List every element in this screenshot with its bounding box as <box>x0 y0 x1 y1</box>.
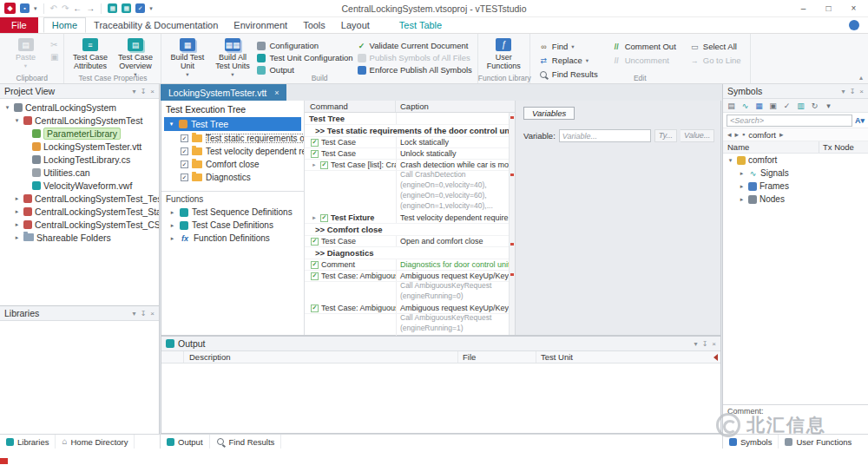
functions-item[interactable]: ▸fxFunction Definitions <box>161 232 304 245</box>
columns-icon[interactable]: ▥ <box>796 102 806 110</box>
tab-tools[interactable]: Tools <box>295 17 333 33</box>
document-tab[interactable]: LockingSystemTester.vtt × <box>161 84 286 101</box>
select-all-button[interactable]: ▭ Select All <box>690 41 741 52</box>
panel-menu-icon[interactable]: ▾ <box>842 88 845 95</box>
test-unit-configuration-button[interactable]: Test Unit Configuration <box>257 53 352 62</box>
home-directory-tab[interactable]: ⌂Home Directory <box>56 435 135 449</box>
panel-menu-icon[interactable]: ▾ <box>133 310 136 318</box>
table-row[interactable]: ✓Test CaseUnlock statically <box>305 148 509 160</box>
table-row[interactable]: >> Diagnostics <box>305 247 509 259</box>
forward-icon[interactable]: ▸ <box>735 130 740 139</box>
close-icon[interactable]: × <box>859 88 864 95</box>
close-tab-icon[interactable]: × <box>274 88 279 97</box>
checkbox-checked-icon[interactable]: ✓ <box>181 174 188 181</box>
nodes-filter-icon[interactable]: ▣ <box>768 102 778 110</box>
tree-item[interactable]: LockingSystemTester.vtt <box>0 140 159 153</box>
toolbar-more-icon[interactable]: ▾ <box>824 102 833 110</box>
tree-item[interactable]: LockingTestLibrary.cs <box>0 153 159 166</box>
execution-tree-item[interactable]: ✓Test velocity dependent requ... <box>161 145 304 158</box>
test-case-attributes-button[interactable]: ≡ Test Case Attributes <box>69 36 110 72</box>
checkbox-checked-icon[interactable]: ✓ <box>181 134 188 142</box>
checkbox-checked-icon[interactable]: ✓ <box>181 147 188 155</box>
table-row[interactable]: Test Tree <box>305 113 509 125</box>
libraries-tab[interactable]: Libraries <box>0 435 56 449</box>
cut-icon[interactable]: ✂ <box>50 41 58 49</box>
panel-menu-icon[interactable]: ▾ <box>694 340 698 348</box>
column-file[interactable]: File <box>458 351 536 363</box>
tab-home[interactable]: Home <box>43 17 86 33</box>
tree-item[interactable]: VelocityWaveform.vwf <box>0 179 159 192</box>
table-row[interactable]: ✓Test CaseLock statically <box>305 137 509 148</box>
pin-icon[interactable]: ↧ <box>141 88 147 95</box>
execution-tree-item[interactable]: ✓Test static requirements of the... <box>161 132 304 145</box>
functions-item[interactable]: ▸Test Case Definitions <box>161 219 304 232</box>
user-functions-button[interactable]: ƒ User Functions <box>483 36 524 72</box>
pin-icon[interactable]: ↧ <box>141 310 147 318</box>
find-button[interactable]: ∞ Find ▾ <box>539 41 598 52</box>
tab-test-table[interactable]: Test Table <box>391 17 450 33</box>
column-description[interactable]: Description <box>184 351 458 363</box>
build-test-unit-icon[interactable]: ▦ <box>108 3 117 13</box>
variables-chip[interactable]: Variables <box>523 107 575 120</box>
column-tx-node[interactable]: Tx Node <box>819 141 868 153</box>
find-results-tab[interactable]: Find Results <box>210 435 282 449</box>
tree-item[interactable]: ▸Shareable Folders <box>0 231 159 244</box>
output-tab[interactable]: Output <box>161 435 210 449</box>
checkbox-checked-icon[interactable]: ✓ <box>181 160 188 168</box>
scroll-left-icon[interactable] <box>713 354 718 361</box>
symbols-tree-item[interactable]: ▾comfort <box>723 154 868 167</box>
toolbar-dropdown-icon[interactable]: ▾ <box>149 5 153 11</box>
test-case-overview-button[interactable]: ▤ Test Case Overview ▾ <box>115 36 155 72</box>
checked-filter-icon[interactable]: ✓ <box>782 102 792 110</box>
tree-item[interactable]: Utilities.can <box>0 166 159 179</box>
search-input[interactable] <box>727 115 852 127</box>
validate-current-document-button[interactable]: ✓ Validate Current Document <box>358 41 472 50</box>
table-row[interactable]: ✓Test CaseOpen and comfort close <box>305 236 509 247</box>
app-icon[interactable]: ◆ <box>4 3 16 14</box>
table-row[interactable]: ▸✓Test FixtureTest velocity dependent re… <box>305 213 509 224</box>
symbols-tab[interactable]: Symbols <box>723 435 779 449</box>
column-type[interactable]: Ty... <box>654 129 677 142</box>
paste-button[interactable]: ▤ Paste ▾ <box>5 36 46 72</box>
table-row[interactable]: ✓Test Case: AmbiguousKey...Ambiguous req… <box>305 303 509 314</box>
filter-icon[interactable]: A▾ <box>855 116 865 125</box>
configuration-button[interactable]: Configuration <box>257 41 352 50</box>
refresh-icon[interactable]: ↻ <box>810 102 819 110</box>
publish-symbols-button[interactable]: Publish Symbols of All Files <box>358 53 472 62</box>
maximize-button[interactable]: □ <box>816 0 841 16</box>
close-icon[interactable]: × <box>712 340 716 348</box>
functions-item[interactable]: ▸Test Sequence Definitions <box>161 206 304 219</box>
tree-item[interactable]: ▸CentralLockingSystemTest_StateDiagram <box>0 205 159 218</box>
variable-input[interactable] <box>559 129 651 142</box>
execution-tree-root[interactable]: ▾ Test Tree <box>164 117 301 131</box>
scrollbar[interactable] <box>509 113 515 335</box>
uncomment-button[interactable]: // Uncomment <box>612 55 676 66</box>
copy-icon[interactable]: ▣ <box>50 53 58 62</box>
back-icon[interactable]: ← <box>73 4 82 13</box>
save-icon[interactable]: ▪ <box>20 3 30 13</box>
pin-icon[interactable]: ↧ <box>850 88 856 95</box>
execution-tree-item[interactable]: ✓Comfort close <box>161 158 304 171</box>
minimize-button[interactable]: – <box>791 0 816 16</box>
table-row[interactable]: ✓CommentDiagnostics for door control uni… <box>305 259 509 271</box>
account-icon[interactable] <box>849 20 859 30</box>
close-button[interactable]: × <box>841 0 866 16</box>
breadcrumb[interactable]: comfort <box>748 130 776 140</box>
symbols-tree-item[interactable]: ▸Nodes <box>723 193 868 206</box>
tab-traceability[interactable]: Traceability & Documentation <box>86 17 226 33</box>
comment-out-button[interactable]: // Comment Out <box>612 41 676 52</box>
build-test-unit-button[interactable]: ▦ Build Test Unit ▾ <box>167 36 207 72</box>
redo-icon[interactable]: ↷ <box>62 4 69 13</box>
symbols-tree-item[interactable]: ▸Frames <box>723 180 868 193</box>
undo-icon[interactable]: ↶ <box>50 4 57 13</box>
pin-icon[interactable]: ↧ <box>702 340 708 348</box>
tree-item[interactable]: ▾CentralLockingSystem <box>0 101 159 114</box>
tree-item[interactable]: ▸CentralLockingSystemTest_TestSequen... <box>0 192 159 205</box>
build-all-icon[interactable]: ▦ <box>122 3 131 13</box>
user-functions-tab[interactable]: User Functions <box>779 435 858 449</box>
collapse-ribbon-icon[interactable]: ▴ <box>859 74 863 82</box>
table-row[interactable]: ✓Test Case: AmbiguousKey...Ambiguous req… <box>305 271 509 282</box>
close-icon[interactable]: × <box>150 88 155 95</box>
signals-filter-icon[interactable]: ∿ <box>740 102 750 110</box>
symbols-tree-item[interactable]: ▸∿Signals <box>723 167 868 180</box>
